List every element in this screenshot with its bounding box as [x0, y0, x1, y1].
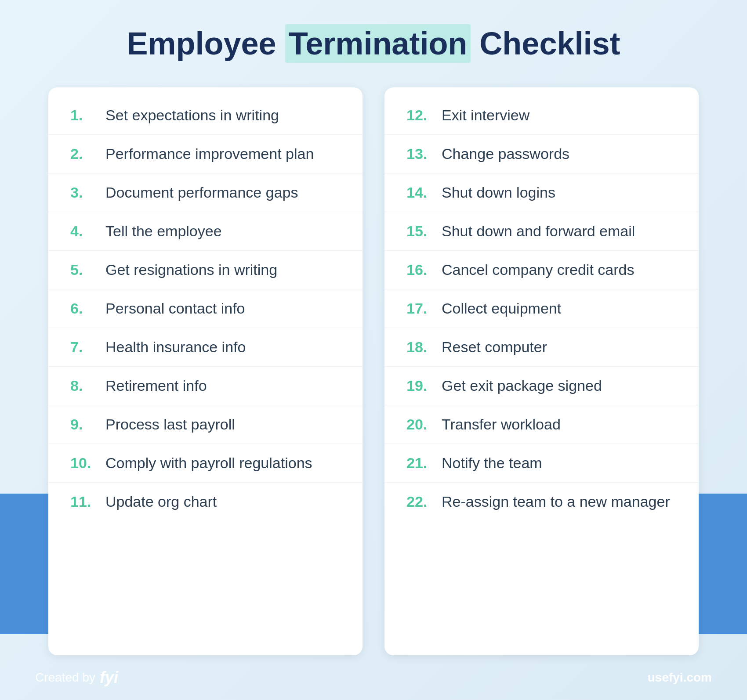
- item-number: 2.: [70, 145, 105, 162]
- item-number: 4.: [70, 223, 105, 240]
- list-item: 4. Tell the employee: [48, 212, 363, 251]
- list-item: 19. Get exit package signed: [384, 367, 699, 405]
- item-number: 18.: [406, 339, 442, 356]
- item-number: 7.: [70, 339, 105, 356]
- list-item: 12. Exit interview: [384, 96, 699, 135]
- item-text: Process last payroll: [105, 416, 235, 433]
- title-highlight: Termination: [285, 24, 471, 63]
- list-item: 18. Reset computer: [384, 328, 699, 367]
- item-number: 14.: [406, 184, 442, 201]
- list-item: 1. Set expectations in writing: [48, 96, 363, 135]
- footer-created-by: Created by fyi: [35, 668, 118, 687]
- title-part2-text: Checklist: [479, 26, 620, 61]
- list-item: 15. Shut down and forward email: [384, 212, 699, 251]
- item-number: 5.: [70, 261, 105, 278]
- list-item: 9. Process last payroll: [48, 405, 363, 444]
- item-number: 9.: [70, 416, 105, 433]
- item-number: 15.: [406, 223, 442, 240]
- list-item: 3. Document performance gaps: [48, 173, 363, 212]
- item-text: Transfer workload: [442, 416, 561, 433]
- item-text: Tell the employee: [105, 223, 222, 240]
- list-item: 13. Change passwords: [384, 135, 699, 173]
- right-checklist-card: 12. Exit interview 13. Change passwords …: [384, 87, 699, 655]
- page-header: Employee Termination Checklist: [127, 26, 620, 61]
- item-number: 20.: [406, 416, 442, 433]
- list-item: 16. Cancel company credit cards: [384, 251, 699, 289]
- title-part1: Employee: [127, 26, 276, 61]
- list-item: 5. Get resignations in writing: [48, 251, 363, 289]
- item-text: Get resignations in writing: [105, 261, 277, 278]
- item-number: 13.: [406, 145, 442, 162]
- item-text: Retirement info: [105, 377, 207, 394]
- list-item: 20. Transfer workload: [384, 405, 699, 444]
- left-checklist-card: 1. Set expectations in writing 2. Perfor…: [48, 87, 363, 655]
- item-text: Get exit package signed: [442, 377, 602, 394]
- footer-url: usefyi.com: [648, 671, 712, 685]
- item-number: 16.: [406, 261, 442, 278]
- item-number: 17.: [406, 300, 442, 317]
- list-item: 17. Collect equipment: [384, 289, 699, 328]
- item-number: 12.: [406, 107, 442, 124]
- list-item: 10. Comply with payroll regulations: [48, 444, 363, 483]
- list-item: 7. Health insurance info: [48, 328, 363, 367]
- item-number: 3.: [70, 184, 105, 201]
- item-text: Shut down and forward email: [442, 223, 635, 240]
- item-text: Personal contact info: [105, 300, 245, 317]
- list-item: 22. Re-assign team to a new manager: [384, 483, 699, 521]
- list-item: 11. Update org chart: [48, 483, 363, 521]
- item-text: Set expectations in writing: [105, 107, 279, 124]
- item-text: Collect equipment: [442, 300, 561, 317]
- item-number: 21.: [406, 455, 442, 472]
- item-text: Performance improvement plan: [105, 145, 314, 162]
- item-number: 1.: [70, 107, 105, 124]
- item-text: Re-assign team to a new manager: [442, 493, 670, 510]
- item-number: 19.: [406, 377, 442, 394]
- item-text: Comply with payroll regulations: [105, 455, 312, 472]
- list-item: 2. Performance improvement plan: [48, 135, 363, 173]
- list-item: 8. Retirement info: [48, 367, 363, 405]
- item-text: Update org chart: [105, 493, 217, 510]
- item-text: Exit interview: [442, 107, 529, 124]
- item-number: 10.: [70, 455, 105, 472]
- item-text: Reset computer: [442, 339, 547, 356]
- brand-name: fyi: [100, 668, 118, 687]
- item-text: Cancel company credit cards: [442, 261, 634, 278]
- footer: Created by fyi usefyi.com: [0, 655, 747, 700]
- page-title: Employee Termination Checklist: [127, 26, 620, 61]
- item-text: Notify the team: [442, 455, 542, 472]
- item-number: 22.: [406, 493, 442, 510]
- item-number: 6.: [70, 300, 105, 317]
- item-text: Change passwords: [442, 145, 569, 162]
- item-text: Health insurance info: [105, 339, 246, 356]
- content-area: 1. Set expectations in writing 2. Perfor…: [48, 87, 699, 655]
- created-by-label: Created by: [35, 671, 95, 685]
- list-item: 14. Shut down logins: [384, 173, 699, 212]
- list-item: 6. Personal contact info: [48, 289, 363, 328]
- item-number: 11.: [70, 493, 105, 510]
- item-number: 8.: [70, 377, 105, 394]
- list-item: 21. Notify the team: [384, 444, 699, 483]
- item-text: Shut down logins: [442, 184, 555, 201]
- item-text: Document performance gaps: [105, 184, 298, 201]
